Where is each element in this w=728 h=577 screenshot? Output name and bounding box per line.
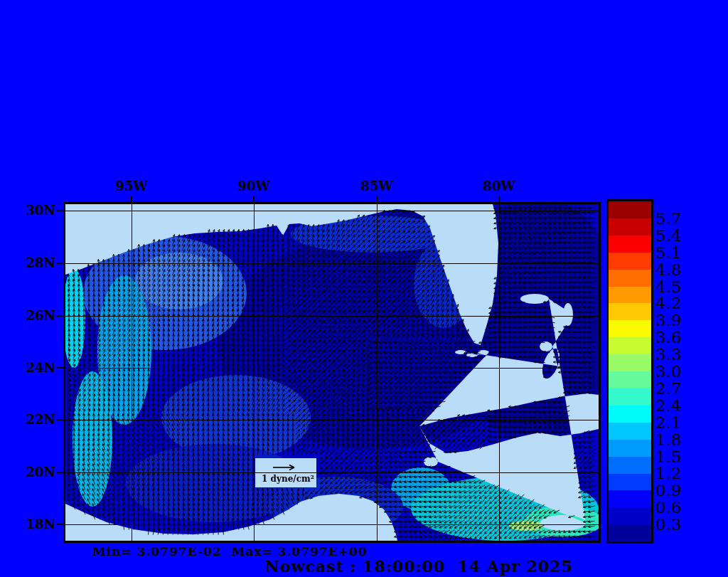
colorbar-segment xyxy=(609,354,651,371)
lat-tick-label: 30N xyxy=(10,203,55,218)
lat-tick-mark xyxy=(56,315,63,317)
colorbar-tick-label: 2.7 xyxy=(655,380,705,397)
colorbar-tick-label: 3.0 xyxy=(655,363,705,380)
colorbar-tick-label: 1.8 xyxy=(655,431,705,448)
lat-tick-label: 22N xyxy=(10,412,55,428)
colorbar-tick-label: 5.1 xyxy=(655,244,705,261)
colorbar-tick-label: 0.6 xyxy=(655,499,705,516)
colorbar-segment xyxy=(609,457,651,474)
lon-tick-label: 90W xyxy=(237,179,269,194)
colorbar-tick-label: 3.6 xyxy=(655,329,705,346)
lat-tick-label: 18N xyxy=(10,517,55,532)
colorbar-segment xyxy=(609,388,651,406)
lon-tick-label: 80W xyxy=(483,179,515,194)
colorbar-segment xyxy=(609,253,651,270)
colorbar-segment xyxy=(609,440,651,457)
colorbar-segment xyxy=(609,524,651,541)
minmax-caption: Min= 3.0797E-02 Max= 3.0797E+00 xyxy=(92,544,368,559)
colorbar-segment xyxy=(609,320,651,337)
colorbar-tick-label: 5.7 xyxy=(655,210,705,227)
colorbar-tick-label: 4.5 xyxy=(655,278,705,295)
colorbar-segment xyxy=(609,218,651,235)
nowcast-caption: Nowcast : 18:00:00 14 Apr 2025 xyxy=(265,557,573,576)
lat-tick-mark xyxy=(56,210,63,211)
lat-tick-label: 24N xyxy=(10,360,55,376)
colorbar-tick-label: 0.9 xyxy=(655,482,705,499)
lon-tick-label: 85W xyxy=(360,179,392,194)
colorbar-tick-label: 0.3 xyxy=(655,516,705,533)
colorbar-segment xyxy=(609,406,651,423)
colorbar-tick-label: 4.2 xyxy=(655,295,705,312)
lat-tick-mark xyxy=(56,472,63,473)
colorbar-segment xyxy=(609,490,651,507)
colorbar-segment xyxy=(609,287,651,304)
colorbar-segment xyxy=(609,371,651,388)
colorbar-tick-label: 3.9 xyxy=(655,312,705,329)
vector-field-map-canvas xyxy=(65,204,599,541)
colorbar-tick-label: 2.4 xyxy=(655,397,705,414)
colorbar-tick-label: 3.3 xyxy=(655,346,705,363)
lat-tick-label: 20N xyxy=(10,465,55,480)
map-panel: 1 dyne/cm² xyxy=(63,202,601,543)
lat-tick-label: 26N xyxy=(10,308,55,324)
figure: 95W90W85W80W30N28N26N24N22N20N18N 1 dyne… xyxy=(0,0,728,577)
lon-tick-mark xyxy=(498,196,500,202)
colorbar-tick-label: 2.1 xyxy=(655,414,705,431)
lon-tick-mark xyxy=(131,196,132,202)
lat-tick-mark xyxy=(56,263,63,264)
colorbar-segment xyxy=(609,507,651,524)
colorbar-tick-label: 4.8 xyxy=(655,261,705,278)
lon-tick-label: 95W xyxy=(115,179,147,194)
colorbar-segment xyxy=(609,423,651,440)
colorbar-segment xyxy=(609,303,651,320)
colorbar-segment xyxy=(609,235,651,253)
lat-tick-label: 28N xyxy=(10,255,55,271)
lon-tick-mark xyxy=(376,196,378,202)
colorbar-tick-label: 1.2 xyxy=(655,465,705,482)
lat-tick-mark xyxy=(56,367,63,369)
lat-tick-mark xyxy=(56,419,63,420)
colorbar-segment xyxy=(609,270,651,287)
lon-tick-mark xyxy=(253,196,255,202)
colorbar-tick-label: 1.5 xyxy=(655,448,705,465)
colorbar-segment xyxy=(609,201,651,218)
colorbar-segment xyxy=(609,474,651,491)
lat-tick-mark xyxy=(56,524,63,525)
colorbar-tick-label: 5.4 xyxy=(655,227,705,244)
colorbar xyxy=(606,199,653,544)
colorbar-segment xyxy=(609,337,651,354)
